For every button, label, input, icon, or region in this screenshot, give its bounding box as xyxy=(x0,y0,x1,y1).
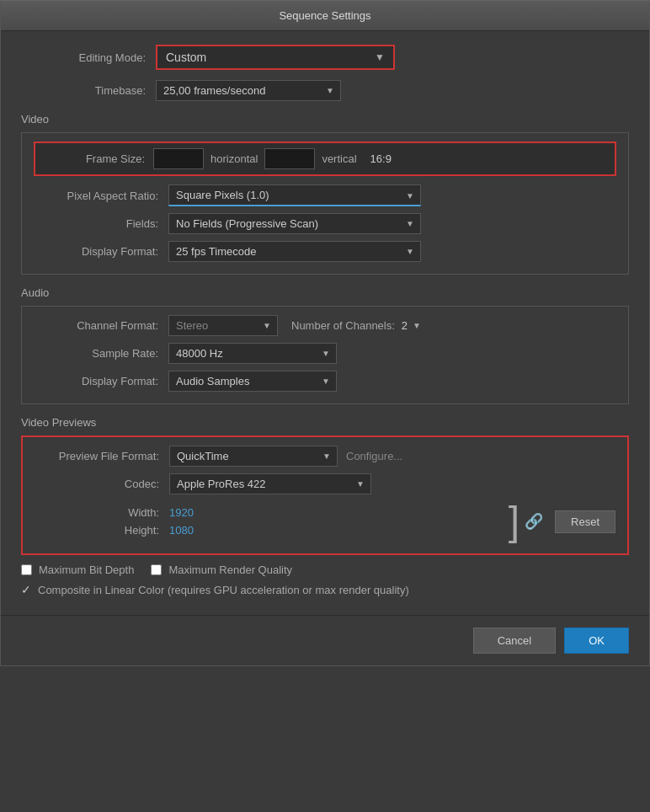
codec-select-wrap[interactable]: Apple ProRes 422 ▼ xyxy=(169,473,371,494)
channel-format-select-wrap[interactable]: Stereo ▼ xyxy=(168,315,278,336)
video-display-format-label: Display Format: xyxy=(34,245,168,258)
editing-mode-select[interactable]: Custom xyxy=(157,46,393,68)
num-channels-value: 2 xyxy=(402,319,408,332)
codec-row: Codec: Apple ProRes 422 ▼ xyxy=(35,473,615,494)
width-value: 1920 xyxy=(169,506,194,519)
codec-select[interactable]: Apple ProRes 422 xyxy=(169,473,371,494)
audio-display-format-select[interactable]: Audio Samples xyxy=(168,371,337,392)
max-bit-depth-checkbox[interactable] xyxy=(21,564,32,575)
video-previews-section-label: Video Previews xyxy=(21,416,629,429)
num-channels-arrow-icon: ▼ xyxy=(413,321,421,330)
max-bit-depth-row: Maximum Bit Depth xyxy=(21,564,134,576)
composite-linear-label: Composite in Linear Color (requires GPU … xyxy=(38,584,409,596)
reset-button[interactable]: Reset xyxy=(555,510,615,533)
channel-format-label: Channel Format: xyxy=(34,319,168,332)
audio-section-box: Channel Format: Stereo ▼ Number of Chann… xyxy=(21,306,629,404)
height-label: Height: xyxy=(35,524,169,537)
height-value: 1080 xyxy=(169,524,194,537)
bracket-icon: ] xyxy=(509,501,519,542)
video-section-box: Frame Size: 1920 horizontal 1080 vertica… xyxy=(21,132,629,275)
sample-rate-label: Sample Rate: xyxy=(34,347,168,360)
width-label: Width: xyxy=(35,506,169,519)
vertical-label: vertical xyxy=(322,152,356,165)
dialog-title: Sequence Settings xyxy=(1,1,649,31)
timebase-label: Timebase: xyxy=(21,84,156,97)
pixel-aspect-select[interactable]: Square Pixels (1.0) xyxy=(168,184,421,206)
dialog-footer: Cancel OK xyxy=(1,615,649,665)
cancel-button[interactable]: Cancel xyxy=(473,628,556,654)
audio-section-label: Audio xyxy=(21,286,629,299)
preview-file-format-select-wrap[interactable]: QuickTime ▼ xyxy=(169,446,338,467)
editing-mode-label: Editing Mode: xyxy=(21,51,156,64)
fields-select[interactable]: No Fields (Progressive Scan) xyxy=(168,213,421,234)
max-bit-depth-label: Maximum Bit Depth xyxy=(39,564,134,576)
video-display-format-select-wrap[interactable]: 25 fps Timecode ▼ xyxy=(168,241,421,262)
video-previews-box: Preview File Format: QuickTime ▼ Configu… xyxy=(21,435,629,555)
configure-button[interactable]: Configure... xyxy=(346,450,402,462)
composite-linear-row: ✓ Composite in Linear Color (requires GP… xyxy=(21,583,629,596)
max-render-quality-label: Maximum Render Quality xyxy=(168,564,292,576)
frame-size-label: Frame Size: xyxy=(44,152,153,165)
video-section-label: Video xyxy=(21,113,629,126)
link-icon: 🔗 xyxy=(525,512,543,531)
sample-rate-select[interactable]: 48000 Hz xyxy=(168,343,337,364)
preview-file-format-row: Preview File Format: QuickTime ▼ Configu… xyxy=(35,446,615,467)
ok-button[interactable]: OK xyxy=(564,628,629,654)
sample-rate-select-wrap[interactable]: 48000 Hz ▼ xyxy=(168,343,337,364)
fields-label: Fields: xyxy=(34,217,168,230)
audio-display-format-label: Display Format: xyxy=(34,375,168,387)
max-render-quality-checkbox[interactable] xyxy=(151,564,162,575)
max-render-quality-row: Maximum Render Quality xyxy=(151,564,292,576)
timebase-select[interactable]: 25,00 frames/second xyxy=(156,80,341,101)
preview-file-format-select[interactable]: QuickTime xyxy=(169,446,338,467)
video-display-format-select[interactable]: 25 fps Timecode xyxy=(168,241,421,262)
aspect-ratio-value: 16:9 xyxy=(370,152,392,165)
pixel-aspect-label: Pixel Aspect Ratio: xyxy=(34,190,168,202)
timebase-select-wrap[interactable]: 25,00 frames/second ▼ xyxy=(156,80,341,101)
sequence-settings-dialog: Sequence Settings Editing Mode: Custom ▼… xyxy=(0,0,650,666)
channel-format-select[interactable]: Stereo xyxy=(168,315,278,336)
num-channels-label: Number of Channels: xyxy=(291,319,395,332)
frame-size-width-input[interactable]: 1920 xyxy=(153,148,204,169)
preview-file-format-label: Preview File Format: xyxy=(35,450,169,462)
composite-checkmark-icon: ✓ xyxy=(21,583,31,596)
editing-mode-select-wrap[interactable]: Custom ▼ xyxy=(156,45,395,70)
codec-label: Codec: xyxy=(35,478,169,490)
audio-display-format-select-wrap[interactable]: Audio Samples ▼ xyxy=(168,371,337,392)
fields-select-wrap[interactable]: No Fields (Progressive Scan) ▼ xyxy=(168,213,421,234)
horizontal-label: horizontal xyxy=(210,152,258,165)
frame-size-height-input[interactable]: 1080 xyxy=(264,148,315,169)
pixel-aspect-select-wrap[interactable]: Square Pixels (1.0) ▼ xyxy=(168,184,421,206)
